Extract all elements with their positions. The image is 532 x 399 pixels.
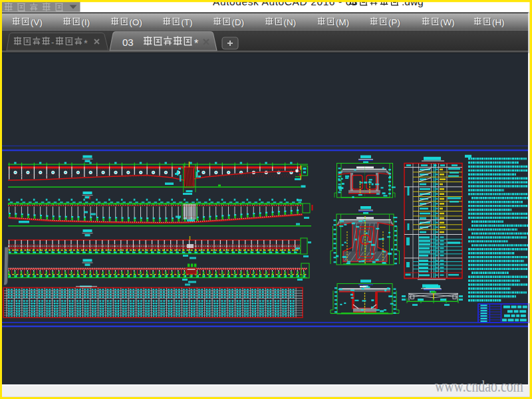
- svg-text:(P): (P): [388, 17, 400, 27]
- svg-text:(T): (T): [182, 17, 193, 27]
- svg-text:03: 03: [122, 37, 134, 48]
- svg-text:(D): (D): [232, 17, 245, 27]
- svg-text:(V): (V): [31, 17, 43, 27]
- svg-text:(W): (W): [440, 17, 455, 27]
- svg-text:(M): (M): [336, 17, 349, 27]
- svg-text:(I): (I): [82, 17, 90, 27]
- svg-text:(O): (O): [130, 17, 143, 27]
- svg-text:-: -: [51, 37, 54, 47]
- svg-text:(H): (H): [492, 17, 505, 27]
- svg-text:(N): (N): [284, 17, 297, 27]
- svg-text:*: *: [84, 37, 88, 49]
- svg-text:www.cndao.com: www.cndao.com: [435, 376, 523, 396]
- svg-text:*: *: [194, 38, 198, 49]
